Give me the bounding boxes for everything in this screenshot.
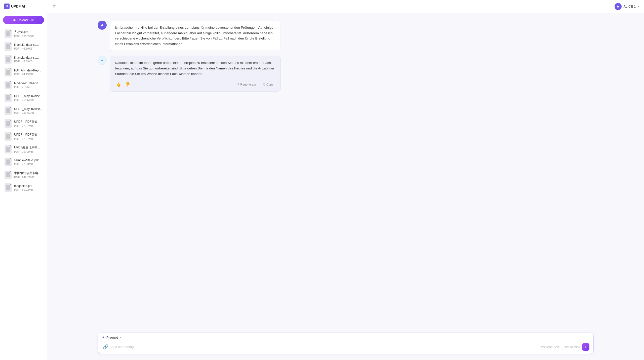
prompt-star-icon: ✦ <box>102 335 105 339</box>
thumbs-up-button[interactable]: 👍 <box>115 82 122 87</box>
file-list-item[interactable]: UPDF_May invoice... PDF · 254.51KB <box>2 92 46 104</box>
send-button[interactable]: ＋ <box>582 343 589 351</box>
message-bubble: Ich brauche Ihre Hilfe bei der Erstellun… <box>110 21 281 51</box>
input-container: ✦ Prompt ▾ 🔗 Enter Send; Shift + Enter N… <box>98 333 594 354</box>
thumbs-down-button[interactable]: 👎 <box>124 82 131 87</box>
message-row-user-1: A Ich brauche Ihre Hilfe bei der Erstell… <box>98 21 594 51</box>
trash-icon[interactable]: 🗑 <box>52 4 56 9</box>
sidebar-header: U UPDF AI <box>0 0 47 13</box>
message-action-buttons: ↺ Regenerate ⧉ Copy <box>235 82 275 87</box>
file-size: PDF · 22.67MB <box>14 137 43 140</box>
regenerate-button[interactable]: ↺ Regenerate <box>235 82 258 87</box>
message-text: Ich brauche Ihre Hilfe bei der Erstellun… <box>115 26 273 46</box>
file-type-icon <box>5 29 12 38</box>
file-name: UPDF：PDF高效文... <box>14 120 43 124</box>
message-actions: 👍 👎 ↺ Regenerate ⧉ Copy <box>115 79 275 87</box>
chat-input[interactable] <box>111 344 537 350</box>
app-name: UPDF AI <box>11 4 25 8</box>
file-list-item[interactable]: 齐小莹.pdf PDF · 690.27KB <box>2 27 46 40</box>
file-type-icon <box>5 81 12 89</box>
message-avatar: ✦ <box>98 56 107 65</box>
file-size: PDF · 254.51KB <box>14 98 43 101</box>
file-size: PDF · 948.27KB <box>14 176 43 179</box>
file-list-item[interactable]: magazine.pdf PDF · 81.92MB <box>2 181 46 194</box>
copy-button[interactable]: ⧉ Copy <box>261 82 275 87</box>
file-type-icon <box>5 106 12 115</box>
message-feedback: 👍 👎 <box>115 82 131 87</box>
logo-icon: U <box>4 4 10 9</box>
file-name: HAI_AI-Index-Rep... <box>14 69 43 72</box>
file-name: UPDF_May invoice... <box>14 107 43 111</box>
chat-area: A Ich brauche Ihre Hilfe bei der Erstell… <box>47 13 644 329</box>
file-type-icon <box>5 145 12 153</box>
file-name: sample-PDF-1.pdf <box>14 158 43 162</box>
file-type-icon <box>5 132 12 141</box>
file-size: PDF · 253.62KB <box>14 111 43 114</box>
file-list-item[interactable]: UPDF融资计划书... PDF · 19.42MB <box>2 143 46 155</box>
input-row: 🔗 Enter Send; Shift + Enter Newline ＋ <box>98 341 593 354</box>
attach-icon: 🔗 <box>103 344 108 349</box>
file-type-icon <box>5 68 12 76</box>
chevron-down-icon: ▾ <box>638 5 639 8</box>
user-avatar: A <box>615 3 622 10</box>
copy-icon: ⧉ <box>263 83 265 86</box>
file-name: UPDF：PDF高效文... <box>14 133 43 137</box>
file-size: PDF · 690.27KB <box>14 35 43 38</box>
file-name: magazine.pdf <box>14 184 43 188</box>
topbar: 🗑 A ALICE 1 ▾ <box>47 0 644 13</box>
user-name: ALICE 1 <box>624 5 636 8</box>
file-size: PDF · 77.33MB <box>14 163 43 166</box>
user-badge[interactable]: A ALICE 1 ▾ <box>615 3 639 10</box>
file-size: PDF · 22.67MB <box>14 125 43 128</box>
file-size: PDF · 46.89KB <box>14 47 43 50</box>
file-list-item[interactable]: UPDF：PDF高效文... PDF · 22.67MB <box>2 117 46 130</box>
file-list-item[interactable]: sample-PDF-1.pdf PDF · 77.33MB <box>2 156 46 168</box>
file-list-item[interactable]: HAI_AI-Index-Rep... PDF · 24.15MB <box>2 66 46 78</box>
file-size: PDF · 19.42MB <box>14 150 43 153</box>
input-hint: Enter Send; Shift + Enter Newline <box>539 345 580 348</box>
file-type-icon <box>5 119 12 128</box>
file-type-icon <box>5 42 12 51</box>
file-list-item[interactable]: UPDF：PDF高效文... PDF · 22.67MB <box>2 130 46 143</box>
file-type-icon <box>5 158 12 166</box>
upload-file-button[interactable]: ⊕ Upload File <box>3 16 44 24</box>
message-avatar: A <box>98 21 107 30</box>
message-row-ai-1: ✦ Natürlich, ich helfe Ihnen gerne dabei… <box>98 56 594 92</box>
topbar-left: 🗑 <box>52 4 56 9</box>
file-list: 齐小莹.pdf PDF · 690.27KB financial-data-sa… <box>0 26 47 360</box>
sidebar: U UPDF AI ⊕ Upload File 齐小莹.pdf PDF · 69… <box>0 0 47 360</box>
file-size: PDF · 46.89KB <box>14 60 43 63</box>
file-name: financial-data-sa... <box>14 43 43 47</box>
file-name: 中国银行信用卡电... <box>14 171 43 175</box>
file-size: PDF · 24.15MB <box>14 73 43 76</box>
regenerate-icon: ↺ <box>237 83 239 86</box>
message-text: Natürlich, ich helfe Ihnen gerne dabei, … <box>115 61 274 75</box>
file-type-icon <box>5 55 12 64</box>
app-logo: U UPDF AI <box>4 4 25 9</box>
file-list-item[interactable]: 中国银行信用卡电... PDF · 948.27KB <box>2 169 46 181</box>
upload-icon: ⊕ <box>13 18 16 22</box>
prompt-dropdown-arrow[interactable]: ▾ <box>119 336 121 339</box>
user-initial: A <box>617 5 619 8</box>
file-name: UPDF融资计划书... <box>14 145 43 150</box>
file-size: PDF · 81.92MB <box>14 188 43 191</box>
prompt-label: Prompt <box>106 336 118 339</box>
message-bubble: Natürlich, ich helfe Ihnen gerne dabei, … <box>110 56 281 92</box>
file-type-icon <box>5 183 12 192</box>
topbar-right: A ALICE 1 ▾ <box>615 3 639 10</box>
file-name: UPDF_May invoice... <box>14 94 43 98</box>
file-type-icon <box>5 171 12 179</box>
attach-button[interactable]: 🔗 <box>102 343 109 351</box>
input-area: ✦ Prompt ▾ 🔗 Enter Send; Shift + Enter N… <box>47 329 644 360</box>
file-list-item[interactable]: UPDF_May invoice... PDF · 253.62KB <box>2 104 46 117</box>
file-list-item[interactable]: Modine-2019-Ann... PDF · 2.72MB <box>2 79 46 91</box>
file-name: financial-data-sa... <box>14 56 43 59</box>
regenerate-label: Regenerate <box>240 83 256 86</box>
file-list-item[interactable]: financial-data-sa... PDF · 46.89KB <box>2 40 46 53</box>
file-size: PDF · 2.72MB <box>14 86 43 89</box>
send-icon: ＋ <box>584 345 587 349</box>
main-panel: 🗑 A ALICE 1 ▾ A Ich brauche Ihre Hilfe b… <box>47 0 644 360</box>
file-name: Modine-2019-Ann... <box>14 82 43 85</box>
input-header: ✦ Prompt ▾ <box>98 333 593 341</box>
file-list-item[interactable]: financial-data-sa... PDF · 46.89KB <box>2 53 46 66</box>
